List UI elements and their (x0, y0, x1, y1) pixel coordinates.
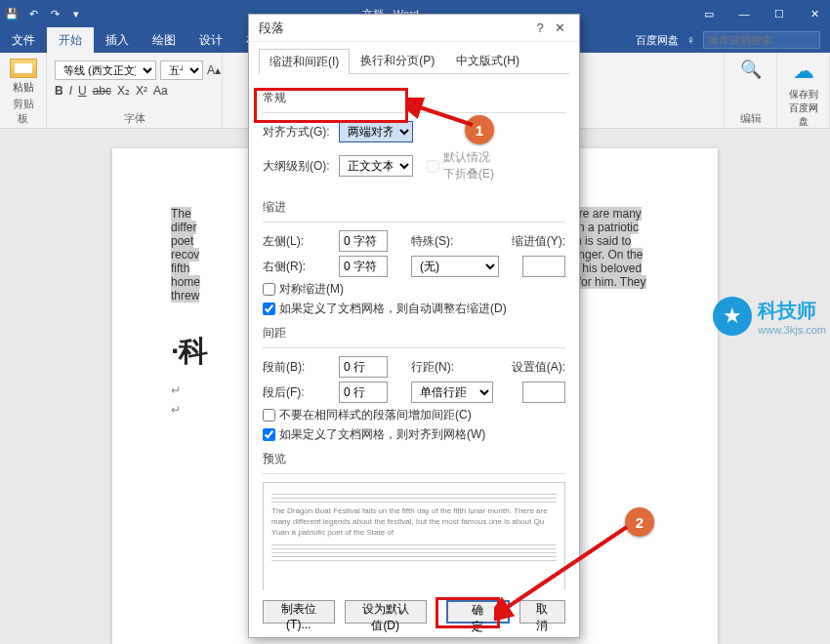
dialog-title: 段落 (259, 20, 284, 37)
space-before-label: 段前(B): (263, 359, 333, 376)
dialog-titlebar[interactable]: 段落 ? ✕ (249, 15, 579, 42)
space-after-label: 段后(F): (263, 384, 333, 401)
ribbon-options-icon[interactable]: ▭ (697, 8, 721, 20)
indent-right-input[interactable] (339, 256, 388, 277)
watermark-url: www.3kjs.com (758, 324, 826, 336)
maximize-icon[interactable]: ☐ (768, 8, 791, 20)
auto-adjust-indent-checkbox[interactable] (263, 302, 275, 315)
tab-line-page[interactable]: 换行和分页(P) (350, 48, 445, 73)
clipboard-group: 粘贴 剪贴板 (0, 53, 47, 128)
tab-insert[interactable]: 插入 (94, 27, 141, 53)
no-space-same-style-checkbox[interactable] (263, 409, 275, 422)
dialog-buttons: 制表位(T)... 设为默认值(D) 确定 取消 (249, 590, 579, 637)
spacing-at-label: 设置值(A): (512, 359, 565, 376)
clipboard-group-label: 剪贴板 (8, 95, 38, 126)
edit-group: 🔍 编辑 (725, 53, 777, 128)
quick-access-toolbar: 💾 ↶ ↷ ▾ (4, 6, 84, 21)
save-icon[interactable]: 💾 (4, 6, 20, 21)
line-spacing-label: 行距(N): (411, 359, 460, 376)
tabs-button[interactable]: 制表位(T)... (263, 600, 335, 624)
paste-label: 粘贴 (13, 80, 34, 95)
watermark-name: 科技师 (758, 300, 816, 321)
indent-left-input[interactable] (339, 230, 388, 252)
align-label: 对齐方式(G): (263, 124, 333, 141)
cloud-icon[interactable]: ☁ (791, 59, 816, 84)
space-after-input[interactable] (339, 382, 388, 403)
bold-button[interactable]: B (55, 84, 63, 98)
tab-indent-spacing[interactable]: 缩进和间距(I) (259, 49, 350, 74)
dialog-body: 常规 对齐方式(G): 两端对齐 大纲级别(O): 正文文本 默认情况下折叠(E… (249, 74, 579, 590)
close-icon[interactable]: ✕ (803, 8, 826, 20)
section-general: 常规 (263, 90, 565, 106)
section-spacing: 间距 (263, 325, 565, 342)
font-size-select[interactable]: 五号 (160, 60, 203, 80)
italic-button[interactable]: I (69, 84, 72, 98)
subscript-button[interactable]: X₂ (117, 84, 130, 98)
special-label: 特殊(S): (411, 233, 460, 250)
indent-by-input[interactable] (522, 256, 565, 277)
grow-font-icon[interactable]: A▴ (207, 63, 221, 77)
annotation-badge-1: 1 (465, 115, 494, 144)
tab-home[interactable]: 开始 (47, 27, 94, 53)
redo-icon[interactable]: ↷ (47, 6, 62, 21)
outline-label: 大纲级别(O): (263, 158, 333, 175)
preview-text: The Dragon Boat Festival falls on the fi… (271, 505, 557, 539)
paste-icon[interactable] (10, 59, 37, 78)
alignment-select[interactable]: 两端对齐 (339, 121, 413, 142)
font-name-select[interactable]: 等线 (西文正文) (55, 60, 156, 80)
set-default-button[interactable]: 设为默认值(D) (345, 600, 427, 624)
indent-left-label: 左侧(L): (263, 233, 333, 250)
indent-right-label: 右侧(R): (263, 259, 333, 275)
font-group: 等线 (西文正文) 五号 A▴ B I U abc X₂ X² Aa 字体 (47, 53, 223, 128)
baidu-save-group: ☁ 保存到 百度网盘 保存 (777, 53, 830, 128)
tab-draw[interactable]: 绘图 (141, 27, 187, 53)
qat-more-icon[interactable]: ▾ (68, 6, 84, 21)
undo-icon[interactable]: ↶ (25, 6, 41, 21)
mirror-indent-checkbox[interactable] (263, 283, 275, 296)
preview-box: The Dragon Boat Festival falls on the fi… (263, 482, 565, 590)
section-indent: 缩进 (263, 199, 565, 216)
watermark: ★ 科技师 www.3kjs.com (713, 297, 826, 336)
paragraph-dialog: 段落 ? ✕ 缩进和间距(I) 换行和分页(P) 中文版式(H) 常规 对齐方式… (248, 14, 580, 638)
section-preview: 预览 (263, 451, 565, 467)
dialog-tabs: 缩进和间距(I) 换行和分页(P) 中文版式(H) (259, 48, 569, 74)
change-case-button[interactable]: Aa (153, 84, 168, 98)
spacing-at-input[interactable] (522, 382, 565, 403)
window-controls: ▭ — ☐ ✕ (697, 8, 826, 20)
outline-level-select[interactable]: 正文文本 (339, 155, 413, 177)
special-indent-select[interactable]: (无) (411, 256, 499, 277)
cancel-button[interactable]: 取消 (519, 600, 565, 624)
collapse-checkbox (427, 160, 439, 173)
tell-me-icon: ♀ (686, 33, 695, 47)
tab-chinese[interactable]: 中文版式(H) (445, 48, 530, 73)
edit-group-label: 编辑 (732, 109, 768, 126)
ok-button[interactable]: 确定 (446, 600, 510, 624)
font-group-label: 字体 (55, 109, 214, 126)
tab-baidu[interactable]: 百度网盘 (636, 33, 679, 48)
underline-button[interactable]: U (78, 84, 87, 98)
tab-design[interactable]: 设计 (187, 27, 234, 53)
tab-file[interactable]: 文件 (0, 27, 47, 53)
find-icon[interactable]: 🔍 (738, 59, 764, 84)
space-before-input[interactable] (339, 356, 388, 378)
help-icon[interactable]: ? (530, 20, 550, 35)
annotation-badge-2: 2 (625, 507, 654, 537)
minimize-icon[interactable]: — (732, 8, 756, 20)
strike-button[interactable]: abc (93, 84, 111, 98)
watermark-logo-icon: ★ (713, 297, 752, 336)
line-spacing-select[interactable]: 单倍行距 (411, 382, 493, 403)
indent-by-label: 缩进值(Y): (512, 233, 565, 250)
tell-me-search[interactable] (703, 31, 820, 49)
superscript-button[interactable]: X² (136, 84, 147, 98)
snap-to-grid-checkbox[interactable] (263, 428, 275, 441)
dialog-close-icon[interactable]: ✕ (550, 20, 569, 35)
